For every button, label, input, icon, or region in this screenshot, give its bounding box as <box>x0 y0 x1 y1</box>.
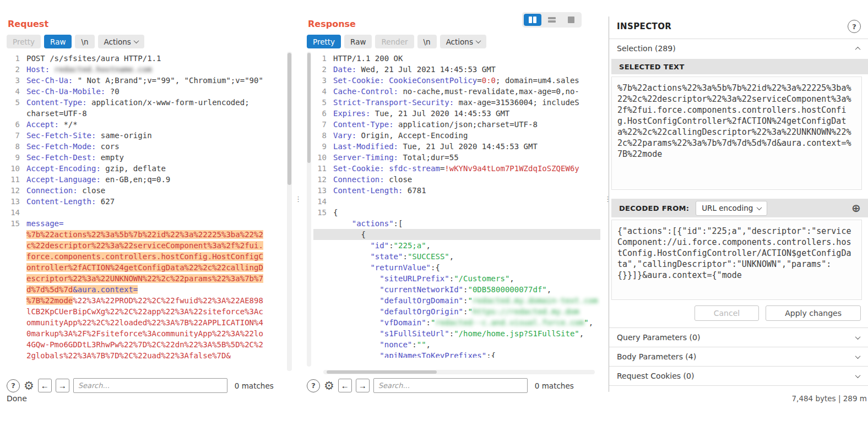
code-line: 5Strict-Transport-Security: max-age=3153… <box>313 97 600 108</box>
code-line: 7Content-Type: application/json;charset=… <box>313 119 600 130</box>
selection-section-label: Selection (289) <box>617 44 676 53</box>
previous-match-button[interactable]: ← <box>38 379 52 392</box>
tab-render[interactable]: Render <box>375 35 414 48</box>
code-line: 7Sec-Fetch-Site: same-origin <box>7 130 292 141</box>
code-line: charset=UTF-8 <box>7 108 292 119</box>
help-icon[interactable]: ? <box>307 379 320 392</box>
code-line: "nonce":"", <box>313 339 600 350</box>
request-pane-title: Request <box>8 19 292 29</box>
response-tabbar: PrettyRawRender\nActions <box>307 35 600 48</box>
burp-message-editor: Request PrettyRaw\nActions 1POST /s/sfsi… <box>0 0 868 426</box>
code-line: 13Content-Length: 627 <box>7 196 292 207</box>
gear-icon[interactable]: ⚙ <box>324 380 334 392</box>
decoded-text-box[interactable]: {"actions":[{"id":"225;a","descriptor":"… <box>611 220 862 300</box>
code-line: lCB2KpCUerBipCwXg%22%2C%22app%22%3A%22si… <box>7 306 292 317</box>
code-line: 12Connection: close <box>7 185 292 196</box>
split-columns-icon[interactable] <box>524 14 541 26</box>
request-editor[interactable]: 1POST /s/sfsites/aura HTTP/1.12Host: red… <box>7 53 292 372</box>
single-view-icon[interactable] <box>562 14 580 26</box>
add-decoding-layer-icon[interactable]: ⊕ <box>851 203 861 214</box>
code-line: 3Sec-Ch-Ua: " Not A;Brand";v="99", "Chro… <box>7 75 292 86</box>
code-line: 14 <box>313 196 600 207</box>
pane-resize-handle[interactable]: ⋮ <box>295 197 299 201</box>
response-search-input[interactable] <box>373 378 528 393</box>
code-line: "id":"225;a", <box>313 240 600 251</box>
chevron-up-icon <box>855 46 861 52</box>
code-line: 1HTTP/1.1 200 OK <box>313 53 600 64</box>
request-searchbar: ? ⚙ ← → 0 matches <box>7 378 292 393</box>
code-line: 2globals%22%3A%7B%7D%2C%22uad%22%3Afalse… <box>7 350 292 361</box>
code-line: "defaultOrgDomain":"redacted.my.domain-t… <box>313 295 600 306</box>
code-line: "actions":[ <box>313 218 600 229</box>
tab-actions[interactable]: Actions <box>440 35 486 48</box>
inspector-section-request-cookies-0-[interactable]: Request Cookies (0) <box>609 367 868 386</box>
request-match-count: 0 matches <box>235 381 274 390</box>
next-match-button[interactable]: → <box>56 379 69 392</box>
previous-match-button[interactable]: ← <box>338 379 352 392</box>
tab-pretty[interactable]: Pretty <box>7 35 41 48</box>
view-mode-switcher <box>522 12 582 28</box>
code-line: 15message= <box>7 218 292 229</box>
selection-actions: Cancel Apply changes <box>609 305 861 321</box>
code-line: 4Cache-Control: no-cache,must-revalidate… <box>313 86 600 97</box>
apply-changes-button[interactable]: Apply changes <box>766 305 861 321</box>
cancel-button[interactable]: Cancel <box>695 305 759 321</box>
help-icon[interactable]: ? <box>7 379 20 392</box>
code-line: %7b%22actions%22%3a%5b%7b%22id%22%3a%222… <box>7 229 292 240</box>
code-line: 11Accept-Language: en-GB,en;q=0.9 <box>7 174 292 185</box>
inspector-resize-handle[interactable]: ⋮ <box>604 197 609 201</box>
response-vertical-scrollbar[interactable] <box>307 52 311 367</box>
request-search-input[interactable] <box>73 378 227 393</box>
code-line: "siteURLPrefix":"/Customers", <box>313 273 600 284</box>
code-line: "vfDomain":"redacted--c.and.visual.force… <box>313 317 600 328</box>
inspector-help-icon[interactable]: ? <box>848 20 861 33</box>
response-horizontal-scrollbar[interactable] <box>323 370 595 374</box>
tab-n[interactable]: \n <box>417 35 437 48</box>
code-line: 9Last-Modified: Tue, 21 Jul 2020 14:45:5… <box>313 141 600 152</box>
code-line: 6Expires: Tue, 21 Jul 2020 14:45:53 GMT <box>313 108 600 119</box>
tab-pretty[interactable]: Pretty <box>307 35 341 48</box>
tab-raw[interactable]: Raw <box>344 35 372 48</box>
inspector-panel: INSPECTOR ? Selection (289) SELECTED TEX… <box>609 17 868 392</box>
code-line: "defaultOrgOrigin":"https://redacted.my.… <box>313 306 600 317</box>
tab-raw[interactable]: Raw <box>44 35 72 48</box>
code-line: "s1FullSiteUrl":"/home/home.jsp?S1FullSi… <box>313 328 600 339</box>
response-pane: Response PrettyRawRender\nActions 1HTTP/… <box>307 17 600 395</box>
code-line: 13Content-Length: 6781 <box>313 185 600 196</box>
request-vertical-scrollbar[interactable] <box>287 52 292 371</box>
code-line: 3Set-Cookie: CookieConsentPolicy=0:0; do… <box>313 75 600 86</box>
response-editor[interactable]: 1HTTP/1.1 200 OK2Date: Wed, 21 Jul 2021 … <box>313 53 600 358</box>
code-line: %7B%22mode%22%3A%22PROD%22%2C%22fwuid%22… <box>7 295 292 306</box>
selected-text-header: SELECTED TEXT <box>611 59 868 74</box>
code-line: 1POST /s/sfsites/aura HTTP/1.1 <box>7 53 292 64</box>
decoding-format-dropdown[interactable]: URL encoding <box>696 201 767 216</box>
code-line: 12Connection: close <box>313 174 600 185</box>
tab-n[interactable]: \n <box>75 35 94 48</box>
stacked-rows-icon[interactable] <box>543 14 561 26</box>
code-line: 8Sec-Fetch-Mode: cors <box>7 141 292 152</box>
code-line: force.components.controllers.hostConfig.… <box>7 251 292 262</box>
code-line: 4Sec-Ch-Ua-Mobile: ?0 <box>7 86 292 97</box>
code-line: 9Sec-Fetch-Dest: empty <box>7 152 292 163</box>
inspector-section-body-parameters-4-[interactable]: Body Parameters (4) <box>609 347 868 367</box>
selected-text-box[interactable]: %7b%22actions%22%3a%5b%7b%22id%22%3a%222… <box>611 77 862 190</box>
code-line: 2Date: Wed, 21 Jul 2021 14:45:53 GMT <box>313 64 600 75</box>
response-searchbar: ? ⚙ ← → 0 matches <box>307 378 600 393</box>
code-line: 2Host: redacted.hostname.com <box>7 64 292 75</box>
request-tabbar: PrettyRaw\nActions <box>7 35 292 48</box>
tab-actions[interactable]: Actions <box>98 35 144 48</box>
chevron-down-icon <box>757 205 762 210</box>
inspector-title: INSPECTOR <box>617 21 671 31</box>
selection-section-header[interactable]: Selection (289) <box>609 39 868 58</box>
code-line: "returnValue":{ <box>313 262 600 273</box>
next-match-button[interactable]: → <box>356 379 370 392</box>
inspector-collapsed-sections: Query Parameters (0)Body Parameters (4)R… <box>609 328 868 386</box>
request-pane: Request PrettyRaw\nActions 1POST /s/sfsi… <box>7 17 292 395</box>
inspector-section-query-parameters-0-[interactable]: Query Parameters (0) <box>609 328 868 347</box>
code-line: 4GQw-Pmo6GDDtL3RhwPw%22%7D%2C%22dn%22%3A… <box>7 339 292 350</box>
decoded-from-header: DECODED FROM: URL encoding ⊕ <box>611 199 868 217</box>
decoded-from-label: DECODED FROM: <box>619 204 689 212</box>
gear-icon[interactable]: ⚙ <box>24 380 34 392</box>
code-line: escriptor%22%3a%22UNKNOWN%22%2c%22params… <box>7 273 292 284</box>
code-line: 10Server-Timing: Total;dur=55 <box>313 152 600 163</box>
